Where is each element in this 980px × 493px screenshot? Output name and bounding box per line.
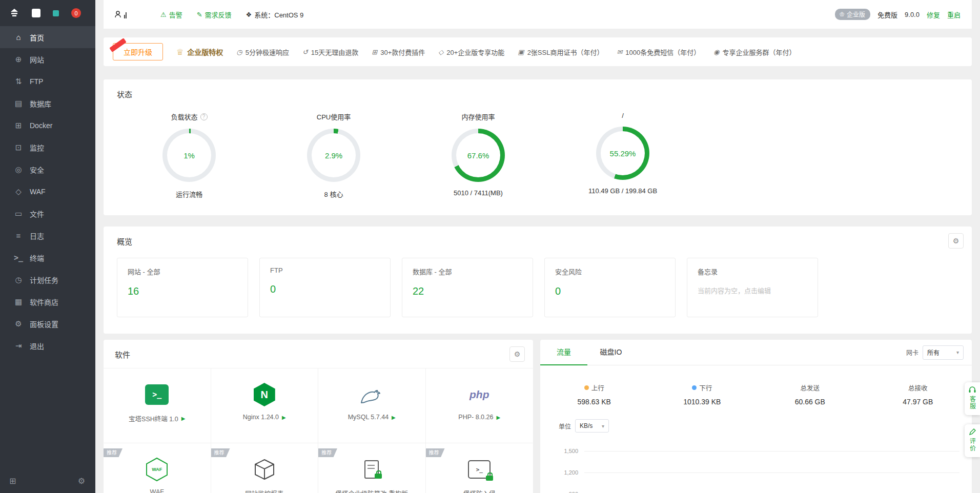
nic-select[interactable]: 所有 ▾ (923, 345, 964, 360)
sidebar-item-home[interactable]: ⌂ 首页 (0, 26, 95, 48)
promo-bar: 立即升级 ♕ 企业版特权 ◷ 5分钟极速响应 ↺ 15天无理由退款 ⊞ 30+款… (104, 37, 972, 66)
enterprise-badge[interactable]: ♔ 企业版 (835, 9, 870, 20)
sidebar-item-website[interactable]: ⊕ 网站 (0, 48, 95, 70)
chevron-down-icon: ▾ (956, 350, 959, 355)
alarm-link[interactable]: ⚠ 告警 (160, 10, 182, 19)
sidebar-item-label: 面板设置 (30, 319, 58, 329)
sidebar-item-files[interactable]: ▭ 文件 (0, 202, 95, 224)
app-nginx[interactable]: N Nginx 1.24.0▶ (211, 368, 319, 443)
app-mysql[interactable]: MySQL 5.7.44▶ (318, 368, 426, 443)
play-icon[interactable]: ▶ (282, 415, 286, 420)
sidebar-nav: ⌂ 首页 ⊕ 网站 ⇅ FTP ▤ 数据库 ⊞ Docker ⊡ 监控 ◎ 安全… (0, 26, 95, 357)
app-site-report[interactable]: 推荐 网站监控报表 (211, 443, 319, 493)
sidebar-item-docker[interactable]: ⊞ Docker (0, 114, 95, 136)
sidebar-item-database[interactable]: ▤ 数据库 (0, 92, 95, 114)
upstream-dot-icon (584, 385, 589, 390)
sidebar-footer: ⊞ ⚙ (0, 468, 95, 493)
rate-button[interactable]: 评价 (965, 424, 980, 457)
sidebar-gear-icon[interactable]: ⚙ (78, 476, 85, 486)
sidebar-item-app-store[interactable]: ▦ 软件商店 (0, 291, 95, 313)
card-websites[interactable]: 网站 - 全部 16 (117, 258, 248, 317)
baota-logo-icon[interactable] (9, 9, 19, 18)
software-panel: 软件 ⚙ >_ 宝塔SSH终端 1.0▶ N Nginx 1.24.0▶ (104, 340, 533, 493)
sidebar-item-cron[interactable]: ◷ 计划任务 (0, 269, 95, 291)
features-icon: ◇ (438, 48, 443, 56)
gauge-ring: 2.9% (307, 129, 360, 182)
waf-app-icon: WAF (146, 457, 168, 482)
repair-link[interactable]: 修复 (927, 10, 940, 19)
recommend-tag: 推荐 (104, 448, 122, 457)
gear-icon: ⚙ (13, 319, 24, 328)
assistant-user-icon[interactable] (115, 10, 127, 18)
clock-icon: ◷ (13, 275, 24, 284)
sidebar-item-label: 终端 (30, 253, 44, 263)
app-tamper-proof[interactable]: 推荐 堡塔企业级防篡改-重构版 (318, 443, 426, 493)
sidebar-item-label: 网站 (30, 54, 44, 65)
upgrade-button[interactable]: 立即升级 (113, 43, 163, 60)
nic-label: 网卡 (906, 348, 918, 357)
sidebar-item-waf[interactable]: ◇ WAF (0, 180, 95, 202)
ftp-icon: ⇅ (13, 77, 24, 86)
sidebar-item-logout[interactable]: ⇥ 退出 (0, 335, 95, 357)
gauge-ring: 55.29% (596, 127, 649, 180)
sidebar-item-label: 软件商店 (30, 297, 58, 307)
gauge-load: 负载状态 ? 1% 运行流畅 (117, 112, 261, 199)
stat-downstream: 下行 1010.39 KB (648, 383, 757, 406)
sidebar-item-label: 退出 (30, 341, 44, 351)
tab-disk-io[interactable]: 磁盘IO (587, 340, 635, 365)
app-waf[interactable]: 推荐 WAF WAF (104, 443, 211, 493)
enterprise-privilege[interactable]: ♕ 企业版特权 (176, 47, 223, 57)
sidebar-item-label: WAF (30, 188, 46, 196)
play-icon[interactable]: ▶ (181, 416, 186, 421)
stat-total-sent: 总发送 60.66 GB (756, 383, 864, 406)
play-icon[interactable]: ▶ (496, 415, 500, 420)
message-count-badge[interactable]: 0 (71, 8, 81, 18)
sidebar-item-panel-settings[interactable]: ⚙ 面板设置 (0, 313, 95, 335)
sidebar-item-label: Docker (30, 121, 52, 130)
sidebar-item-label: 首页 (30, 32, 44, 43)
card-security-risks[interactable]: 安全风险 0 (544, 258, 676, 317)
help-icon[interactable]: ? (200, 113, 208, 120)
response-time-icon: ◷ (236, 48, 242, 56)
app-intrusion-defense[interactable]: 推荐 >_ 堡塔防入侵 (426, 443, 534, 493)
topbar-links: ⚠ 告警 ✎ 需求反馈 ❖ 系统：CentOS 9 (160, 10, 303, 19)
nginx-icon: N (254, 383, 275, 406)
feedback-link[interactable]: ✎ 需求反馈 (197, 10, 232, 19)
terminal-icon: >_ (13, 253, 24, 262)
status-panel: 状态 负载状态 ? 1% 运行流畅 CPU使用率 2.9% 8 核心 (104, 79, 972, 215)
sidebar-header: 0 (0, 0, 95, 23)
sidebar-item-security[interactable]: ◎ 安全 (0, 158, 95, 180)
plugins-icon: ⊞ (372, 48, 377, 56)
software-settings-button[interactable]: ⚙ (509, 346, 525, 362)
card-databases[interactable]: 数据库 - 全部 22 (402, 258, 533, 317)
sidebar-item-terminal[interactable]: >_ 终端 (0, 246, 95, 269)
traffic-tabs: 流量 磁盘IO 网卡 所有 ▾ (540, 340, 972, 365)
tab-traffic[interactable]: 流量 (540, 340, 587, 365)
overview-panel: 概览 ⚙ 网站 - 全部 16 FTP 0 数据库 - 全部 22 安全风险 0… (104, 227, 972, 334)
customer-service-button[interactable]: 客服 (965, 382, 980, 415)
ssl-cert-icon: ▣ (518, 48, 524, 56)
topbar-right: ♔ 企业版 免费版 9.0.0 修复 重启 (835, 9, 961, 20)
app-php[interactable]: php PHP- 8.0.26▶ (426, 368, 534, 443)
sidebar-item-logs[interactable]: ≡ 日志 (0, 224, 95, 246)
card-ftp[interactable]: FTP 0 (259, 258, 391, 317)
php-icon: php (469, 388, 489, 401)
play-icon[interactable]: ▶ (392, 415, 396, 420)
promo-feature: ↺ 15天无理由退款 (302, 47, 358, 57)
sidebar-item-label: 日志 (30, 231, 44, 241)
window-icon[interactable] (32, 9, 40, 17)
restart-link[interactable]: 重启 (947, 10, 961, 19)
mini-status-icon[interactable] (53, 10, 59, 16)
collapse-sidebar-icon[interactable]: ⊞ (9, 476, 16, 486)
card-memo[interactable]: 备忘录 当前内容为空，点击编辑 (687, 258, 818, 317)
docker-icon: ⊞ (13, 121, 24, 130)
ssh-terminal-icon: >_ (145, 384, 169, 405)
main-content: ⚠ 告警 ✎ 需求反馈 ❖ 系统：CentOS 9 ♔ 企业版 免费版 9.0.… (95, 0, 980, 493)
sidebar-item-ftp[interactable]: ⇅ FTP (0, 70, 95, 92)
unit-select[interactable]: KB/s ▾ (575, 419, 609, 433)
app-ssh-terminal[interactable]: >_ 宝塔SSH终端 1.0▶ (104, 368, 211, 443)
feedback-icon: ✎ (197, 11, 202, 18)
overview-settings-button[interactable]: ⚙ (948, 233, 964, 249)
sidebar-item-monitor[interactable]: ⊡ 监控 (0, 136, 95, 158)
edition-label: 免费版 (877, 10, 897, 19)
